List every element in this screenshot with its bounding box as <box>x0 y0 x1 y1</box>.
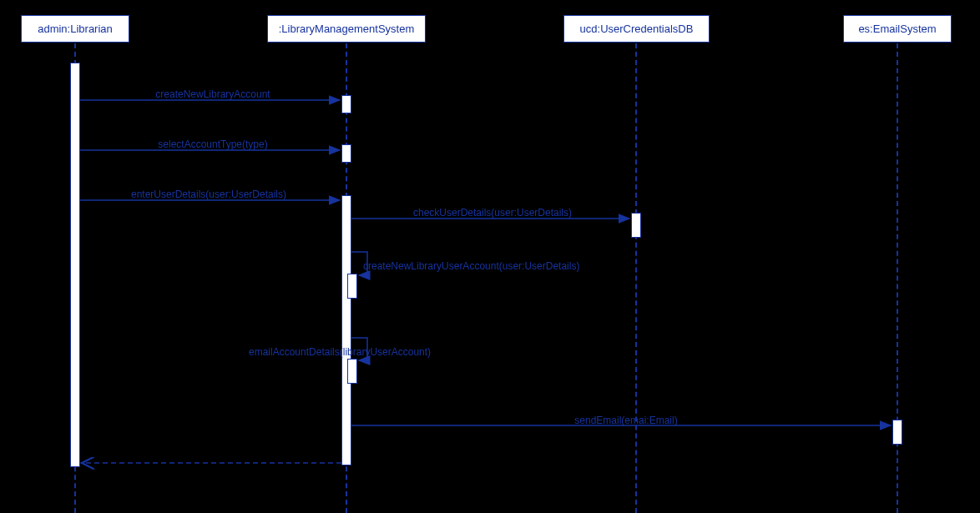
activation-lms-self1 <box>347 274 357 299</box>
msg-label-4: checkUserDetails(user:UserDetails) <box>367 207 618 219</box>
arrows-layer <box>0 0 980 513</box>
msg-label-2: selectAccountType(type) <box>117 138 309 150</box>
activation-ucd <box>631 213 641 238</box>
msg-label-6: emailAccountDetails(libraryUserAccount) <box>249 346 431 358</box>
participant-es: es:EmailSystem <box>843 15 952 43</box>
activation-lms-2 <box>341 144 351 163</box>
msg-label-5: createNewLibraryUserAccount(user:UserDet… <box>363 260 579 272</box>
participant-librarian: admin:Librarian <box>21 15 129 43</box>
participant-ucd: ucd:UserCredentialsDB <box>563 15 710 43</box>
participant-lms: :LibraryManagementSystem <box>267 15 426 43</box>
msg-label-1: createNewLibraryAccount <box>117 88 309 100</box>
msg-label-7: sendEmail(emai:Email) <box>522 415 730 426</box>
activation-lms-1 <box>341 95 351 113</box>
activation-lms-self2 <box>347 359 357 384</box>
activation-lms-3 <box>341 195 351 465</box>
lifeline-ucd <box>635 43 637 513</box>
msg-label-3: enterUserDetails(user:UserDetails) <box>83 189 334 200</box>
activation-es <box>892 420 902 445</box>
activation-admin <box>70 63 80 467</box>
